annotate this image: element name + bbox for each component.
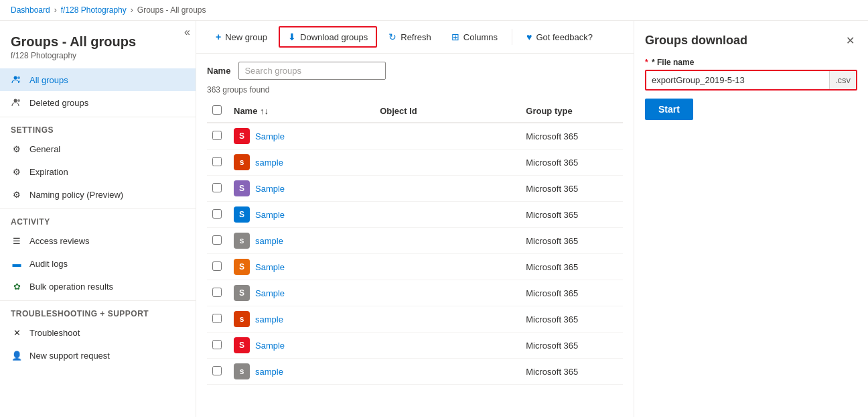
- row-checkbox-4[interactable]: [212, 235, 222, 245]
- page-subtitle: f/128 Photography: [11, 51, 185, 60]
- table-row: s sample Microsoft 365: [207, 359, 623, 385]
- sidebar-section-troubleshooting: Troubleshooting + Support: [0, 300, 196, 321]
- sidebar-item-bulk-operation[interactable]: ✿ Bulk operation results: [0, 275, 196, 298]
- download-groups-label: Download groups: [300, 32, 368, 42]
- file-name-field: * * File name .csv: [645, 58, 857, 91]
- new-group-button[interactable]: + New group: [207, 27, 276, 47]
- people-icon: [11, 74, 23, 86]
- sidebar-item-new-support[interactable]: 👤 New support request: [0, 344, 196, 367]
- group-type: Microsoft 365: [520, 202, 623, 228]
- sidebar-item-general[interactable]: ⚙ General: [0, 137, 196, 160]
- group-name-cell: S Sample: [234, 337, 369, 353]
- table-row: s sample Microsoft 365: [207, 306, 623, 333]
- audit-icon: ▬: [11, 257, 23, 270]
- start-button[interactable]: Start: [645, 99, 693, 120]
- svg-point-0: [14, 76, 17, 80]
- sidebar-section-settings: Settings: [0, 117, 196, 137]
- group-name-link[interactable]: Sample: [255, 210, 285, 220]
- group-object-id: [374, 202, 520, 228]
- group-name-link[interactable]: sample: [255, 236, 283, 246]
- filter-row: Name: [207, 62, 623, 80]
- group-object-id: [374, 228, 520, 254]
- sidebar-item-expiration-label: Expiration: [29, 167, 68, 177]
- table-row: S Sample Microsoft 365: [207, 280, 623, 306]
- sidebar-nav: All groups Deleted groups Settings ⚙ Gen…: [0, 68, 196, 367]
- filter-label: Name: [207, 66, 230, 76]
- sidebar-item-expiration[interactable]: ⚙ Expiration: [0, 160, 196, 183]
- group-type: Microsoft 365: [520, 150, 623, 176]
- row-checkbox-9[interactable]: [212, 366, 222, 375]
- breadcrumb-dashboard[interactable]: Dashboard: [11, 5, 50, 15]
- group-avatar: s: [234, 154, 250, 170]
- search-input[interactable]: [238, 62, 386, 80]
- row-checkbox-0[interactable]: [212, 131, 222, 140]
- row-checkbox-1[interactable]: [212, 157, 222, 166]
- sidebar-item-all-groups[interactable]: All groups: [0, 68, 196, 91]
- toolbar-divider: [512, 29, 512, 45]
- support-icon: 👤: [11, 349, 23, 361]
- content-area: + New group ⬇ Download groups ↻ Refresh …: [196, 21, 634, 417]
- row-checkbox-7[interactable]: [212, 314, 222, 323]
- group-avatar: s: [234, 363, 250, 379]
- svg-point-2: [14, 99, 17, 103]
- group-name-cell: S Sample: [234, 180, 369, 196]
- feedback-button[interactable]: ♥ Got feedback?: [518, 27, 601, 47]
- refresh-button[interactable]: ↻ Refresh: [380, 27, 440, 47]
- sidebar-item-naming-policy[interactable]: ⚙ Naming policy (Preview): [0, 183, 196, 206]
- sidebar-item-deleted-groups[interactable]: Deleted groups: [0, 91, 196, 114]
- sidebar-item-troubleshoot-label: Troubleshoot: [29, 328, 80, 338]
- file-name-input[interactable]: [646, 71, 829, 89]
- group-name-link[interactable]: Sample: [255, 131, 285, 141]
- row-checkbox-3[interactable]: [212, 209, 222, 219]
- columns-label: Columns: [463, 32, 498, 42]
- row-checkbox-6[interactable]: [212, 288, 222, 297]
- group-object-id: [374, 254, 520, 280]
- panel-close-button[interactable]: ✕: [843, 32, 857, 50]
- sidebar-item-deleted-groups-label: Deleted groups: [29, 98, 88, 108]
- group-name-link[interactable]: Sample: [255, 288, 285, 298]
- refresh-label: Refresh: [401, 32, 431, 42]
- select-all-checkbox[interactable]: [212, 105, 222, 115]
- sidebar-item-audit-logs[interactable]: ▬ Audit logs: [0, 252, 196, 275]
- file-name-label: * * File name: [645, 58, 857, 67]
- sidebar-item-general-label: General: [29, 144, 60, 154]
- sidebar-item-access-reviews[interactable]: ☰ Access reviews: [0, 229, 196, 252]
- svg-point-3: [17, 99, 20, 102]
- group-object-id: [374, 123, 520, 150]
- group-name-link[interactable]: sample: [255, 314, 283, 324]
- group-name-link[interactable]: Sample: [255, 184, 285, 194]
- heart-icon: ♥: [526, 32, 532, 42]
- breadcrumb-org[interactable]: f/128 Photography: [61, 5, 127, 15]
- sidebar-collapse-button[interactable]: «: [184, 26, 190, 38]
- group-name-link[interactable]: sample: [255, 158, 283, 168]
- group-name-link[interactable]: Sample: [255, 262, 285, 272]
- columns-button[interactable]: ⊞ Columns: [443, 27, 506, 47]
- row-checkbox-8[interactable]: [212, 340, 222, 349]
- group-name-cell: s sample: [234, 233, 369, 249]
- group-type: Microsoft 365: [520, 359, 623, 385]
- refresh-icon: ↻: [388, 32, 396, 42]
- group-type: Microsoft 365: [520, 280, 623, 306]
- page-title: Groups - All groups: [11, 34, 185, 50]
- results-count: 363 groups found: [207, 85, 623, 95]
- group-avatar: S: [234, 337, 250, 353]
- table-area: Name 363 groups found Name ↑↓ Object Id: [196, 54, 634, 417]
- panel-header: Groups download ✕: [645, 32, 857, 50]
- breadcrumb: Dashboard › f/128 Photography › Groups -…: [0, 0, 868, 21]
- svg-point-1: [17, 76, 20, 79]
- sidebar-section-activity: Activity: [0, 208, 196, 229]
- row-checkbox-5[interactable]: [212, 261, 222, 271]
- gear-icon-naming: ⚙: [11, 188, 23, 200]
- group-name-link[interactable]: sample: [255, 367, 283, 377]
- gear-icon-general: ⚙: [11, 143, 23, 155]
- col-header-name[interactable]: Name ↑↓: [228, 100, 374, 123]
- col-header-grouptype: Group type: [520, 100, 623, 123]
- bulk-icon: ✿: [11, 280, 23, 292]
- row-checkbox-2[interactable]: [212, 183, 222, 192]
- group-type: Microsoft 365: [520, 333, 623, 359]
- group-name-link[interactable]: Sample: [255, 341, 285, 351]
- download-groups-button[interactable]: ⬇ Download groups: [279, 26, 377, 48]
- group-name-cell: s sample: [234, 311, 369, 327]
- group-name-cell: S Sample: [234, 285, 369, 301]
- sidebar-item-troubleshoot[interactable]: ✕ Troubleshoot: [0, 321, 196, 344]
